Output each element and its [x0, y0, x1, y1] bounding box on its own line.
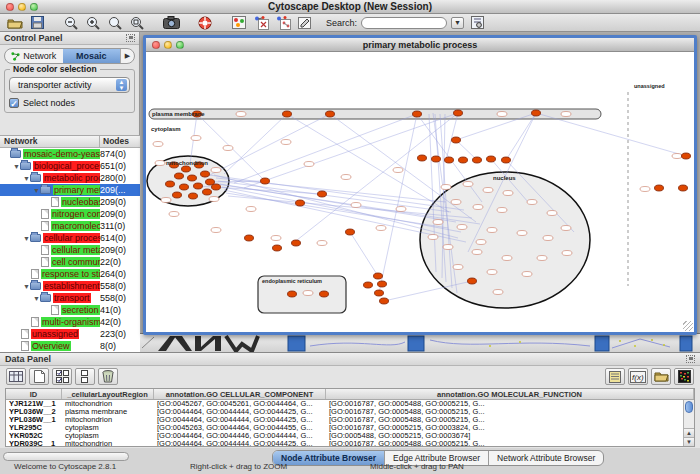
zoom-fit-icon[interactable]	[128, 15, 146, 30]
node-label[interactable]	[441, 185, 451, 190]
tree-item-cellular-process[interactable]: ▼cellular process614(0)	[0, 232, 140, 244]
network-window-titlebar[interactable]: primary metabolic process	[146, 38, 694, 52]
node[interactable]	[166, 181, 175, 187]
create-attribute-icon[interactable]	[29, 368, 49, 385]
node-label[interactable]	[317, 241, 327, 246]
node-label[interactable]	[209, 197, 219, 202]
node[interactable]	[296, 200, 305, 206]
node[interactable]	[452, 137, 461, 143]
tree-item-transport[interactable]: ▼transport558(0)	[0, 292, 140, 304]
zoom-out-icon[interactable]	[62, 15, 80, 30]
edge[interactable]	[204, 114, 330, 178]
node-label[interactable]	[428, 235, 438, 240]
scroll-down-icon[interactable]: ▼	[684, 437, 694, 446]
select-nodes-checkbox[interactable]: ✓	[9, 98, 19, 108]
node[interactable]	[679, 185, 688, 191]
tree-item-metabolic-process[interactable]: ▼metabolic process280(0)	[0, 172, 140, 184]
node-label[interactable]	[223, 146, 233, 151]
node[interactable]	[320, 291, 329, 297]
node-label[interactable]	[211, 168, 221, 173]
node[interactable]	[418, 155, 427, 161]
select-attributes-icon[interactable]	[6, 368, 26, 385]
vizmapper-icon[interactable]	[230, 15, 248, 30]
node[interactable]	[173, 192, 182, 198]
import-attributes-icon[interactable]	[274, 15, 292, 30]
node[interactable]	[459, 157, 468, 163]
tree-item-nitrogen-compo[interactable]: nitrogen compo209(0)	[0, 208, 140, 220]
node-label[interactable]	[561, 226, 571, 231]
tree-header-network[interactable]: Network	[0, 136, 100, 147]
annotation-icon[interactable]	[296, 15, 314, 30]
node-label[interactable]	[453, 265, 463, 270]
node-label[interactable]	[451, 200, 461, 205]
node-label[interactable]	[522, 272, 532, 277]
edge[interactable]	[536, 113, 686, 156]
node-label[interactable]	[640, 187, 650, 192]
network-canvas[interactable]: plasma membranecytoplasmmitochondrionnuc…	[146, 52, 694, 332]
node-label[interactable]	[503, 191, 513, 196]
edge[interactable]	[506, 113, 536, 160]
node-label[interactable]	[211, 228, 221, 233]
open-session-icon[interactable]	[6, 15, 24, 30]
node-label[interactable]	[303, 291, 313, 296]
tree-item-nucleobase-[interactable]: nucleobase-209(0)	[0, 196, 140, 208]
tree-item-response-to-stimul[interactable]: response to stimul264(0)	[0, 268, 140, 280]
expand-triangle-icon[interactable]: ▼	[33, 187, 40, 194]
node[interactable]	[346, 229, 355, 235]
node-label[interactable]	[155, 161, 165, 166]
search-dropdown-icon[interactable]: ▼	[451, 17, 464, 29]
node[interactable]	[655, 185, 664, 191]
scrollbar-thumb[interactable]	[685, 401, 693, 413]
node-label[interactable]	[169, 212, 179, 217]
tree-item-establishment-of-lo[interactable]: ▼establishment of lo558(0)	[0, 280, 140, 292]
edge[interactable]	[226, 193, 448, 228]
delete-attribute-icon[interactable]	[98, 368, 118, 385]
function-builder-icon[interactable]: f(x)	[628, 368, 648, 385]
table-row[interactable]: YKR052Ccytoplasm[GO:0044464, GO:0044446,…	[6, 432, 683, 440]
node[interactable]	[203, 189, 212, 195]
table-row[interactable]: YLR295Ccytoplasm[GO:0045263, GO:0044464,…	[6, 424, 683, 432]
zoom-selected-icon[interactable]	[106, 15, 124, 30]
scroll-up-icon[interactable]: ▲	[684, 428, 694, 437]
node-label[interactable]	[483, 188, 493, 193]
float-data-panel-icon[interactable]	[686, 355, 695, 363]
node[interactable]	[378, 281, 387, 287]
node[interactable]	[188, 175, 197, 181]
node-label[interactable]	[547, 211, 557, 216]
formula-notepad-icon[interactable]	[605, 368, 625, 385]
zoom-in-icon[interactable]	[84, 15, 102, 30]
node[interactable]	[180, 184, 189, 190]
node[interactable]	[682, 153, 691, 159]
node[interactable]	[445, 157, 454, 163]
node-label[interactable]	[351, 203, 361, 208]
expand-triangle-icon[interactable]: ▼	[33, 295, 40, 302]
node[interactable]	[380, 298, 389, 304]
node-label[interactable]	[497, 208, 507, 213]
node[interactable]	[201, 171, 210, 177]
node-label[interactable]	[487, 270, 497, 275]
node-label[interactable]	[473, 205, 483, 210]
node-label[interactable]	[271, 236, 281, 241]
node[interactable]	[413, 111, 422, 117]
node-label[interactable]	[341, 175, 351, 180]
node[interactable]	[182, 166, 191, 172]
background-window-strip[interactable]	[140, 333, 700, 352]
node-label[interactable]	[493, 290, 503, 295]
node-label[interactable]	[543, 236, 553, 241]
node-label[interactable]	[537, 256, 547, 261]
node-label[interactable]	[236, 112, 246, 117]
tree-header-nodes[interactable]: Nodes	[100, 136, 140, 147]
node[interactable]	[318, 191, 327, 197]
node-label[interactable]	[502, 256, 512, 261]
node-label[interactable]	[562, 251, 572, 256]
node-label[interactable]	[376, 226, 386, 231]
expand-triangle-icon[interactable]: ▼	[13, 163, 20, 170]
node-label[interactable]	[497, 112, 507, 117]
tree-item-overview[interactable]: Overview8(0)	[0, 340, 140, 352]
tree-item-cell-communicat[interactable]: cell communicat22(0)	[0, 256, 140, 268]
import-network-icon[interactable]	[252, 15, 270, 30]
node-label[interactable]	[457, 225, 467, 230]
node-label[interactable]	[191, 136, 201, 141]
tab-network[interactable]: Network	[5, 49, 63, 63]
node[interactable]	[292, 240, 301, 246]
